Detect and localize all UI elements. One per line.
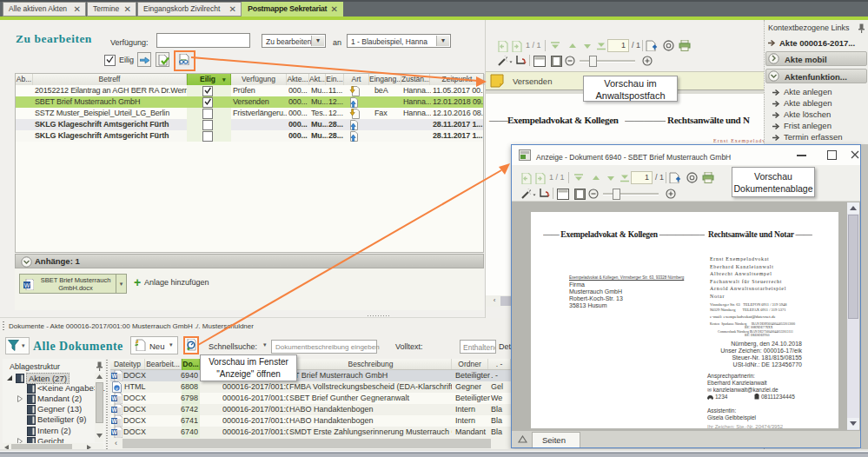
svg-text:W: W <box>111 418 117 424</box>
svg-text:W: W <box>111 429 117 435</box>
svg-text:W: W <box>111 395 117 401</box>
svg-text:W: W <box>24 282 30 288</box>
svg-text:W: W <box>111 373 117 379</box>
svg-text:e: e <box>116 385 118 391</box>
svg-text:W: W <box>111 407 117 413</box>
